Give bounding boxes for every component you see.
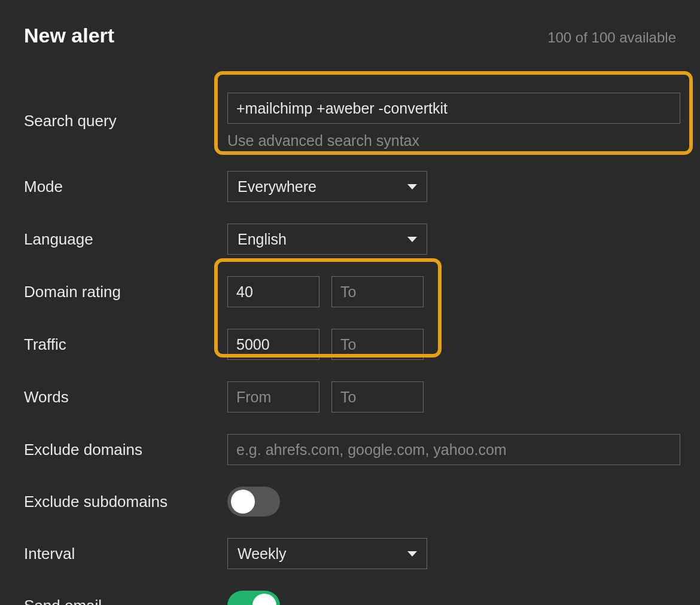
label-domain-rating: Domain rating bbox=[24, 272, 227, 312]
field-words bbox=[227, 371, 680, 423]
exclude-domains-input[interactable] bbox=[227, 434, 680, 465]
mode-select[interactable]: Everywhere bbox=[227, 171, 427, 202]
label-traffic: Traffic bbox=[24, 325, 227, 365]
label-interval: Interval bbox=[24, 534, 227, 574]
label-mode: Mode bbox=[24, 167, 227, 207]
page-title: New alert bbox=[24, 24, 114, 47]
traffic-to-input[interactable] bbox=[331, 329, 424, 360]
search-query-input[interactable] bbox=[227, 93, 680, 124]
alert-form: Search query Use advanced search syntax … bbox=[24, 82, 676, 605]
field-domain-rating bbox=[227, 265, 680, 318]
label-search-query: Search query bbox=[24, 101, 227, 141]
field-exclude-subdomains bbox=[227, 476, 680, 527]
field-language: English bbox=[227, 213, 680, 265]
label-exclude-domains: Exclude domains bbox=[24, 430, 227, 470]
field-search-query: Use advanced search syntax bbox=[227, 82, 680, 160]
interval-select[interactable]: Weekly bbox=[227, 538, 427, 569]
field-mode: Everywhere bbox=[227, 160, 680, 213]
label-words: Words bbox=[24, 377, 227, 417]
traffic-from-input[interactable] bbox=[227, 329, 319, 360]
availability-text: 100 of 100 available bbox=[547, 29, 676, 46]
header: New alert 100 of 100 available bbox=[24, 24, 676, 47]
search-query-helper: Use advanced search syntax bbox=[227, 132, 680, 149]
field-traffic bbox=[227, 318, 680, 371]
field-send-email bbox=[227, 580, 680, 605]
language-select[interactable]: English bbox=[227, 224, 427, 255]
domain-rating-to-input[interactable] bbox=[331, 276, 424, 307]
chevron-down-icon bbox=[407, 551, 417, 557]
field-exclude-domains bbox=[227, 423, 680, 476]
label-send-email: Send email bbox=[24, 586, 227, 606]
toggle-knob bbox=[252, 594, 276, 605]
domain-rating-from-input[interactable] bbox=[227, 276, 319, 307]
chevron-down-icon bbox=[407, 237, 417, 242]
label-language: Language bbox=[24, 219, 227, 259]
toggle-knob bbox=[231, 490, 255, 514]
words-to-input[interactable] bbox=[331, 381, 424, 412]
chevron-down-icon bbox=[407, 184, 417, 190]
mode-value: Everywhere bbox=[238, 178, 316, 195]
field-interval: Weekly bbox=[227, 527, 680, 580]
interval-value: Weekly bbox=[238, 545, 287, 563]
exclude-subdomains-toggle[interactable] bbox=[227, 487, 280, 517]
language-value: English bbox=[238, 231, 287, 248]
label-exclude-subdomains: Exclude subdomains bbox=[24, 482, 227, 522]
send-email-toggle[interactable] bbox=[227, 591, 280, 605]
words-from-input[interactable] bbox=[227, 381, 319, 412]
